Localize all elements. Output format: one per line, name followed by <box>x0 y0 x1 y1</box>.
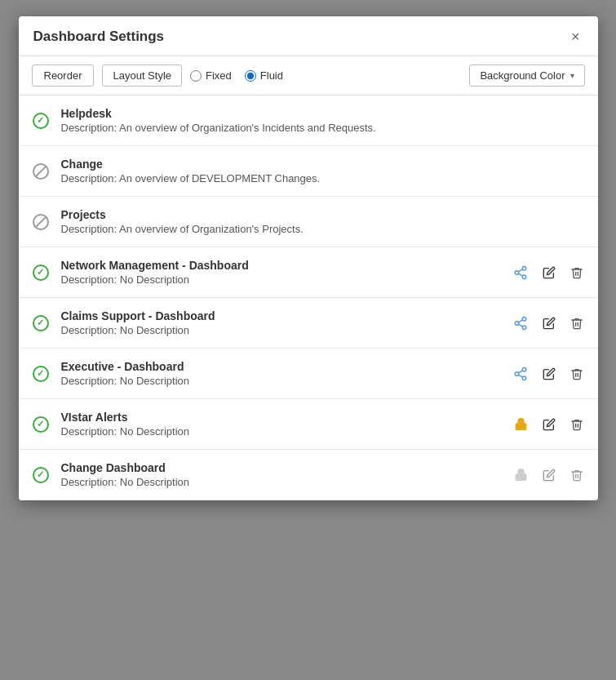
item-description: Description: An overview of DEVELOPMENT … <box>61 172 585 184</box>
dashboard-settings-modal: Dashboard Settings × Reorder Layout Styl… <box>19 16 598 500</box>
status-icon <box>32 466 50 484</box>
share-icon <box>513 367 528 381</box>
item-name: Claims Support - Dashboard <box>61 309 500 322</box>
item-content: Change Dashboard Description: No Descrip… <box>61 461 501 488</box>
status-icon <box>32 112 50 130</box>
svg-line-4 <box>518 269 522 271</box>
lock-dim-icon <box>514 468 528 482</box>
edit-icon <box>543 266 556 279</box>
active-icon <box>33 467 49 483</box>
lock-button[interactable] <box>512 466 530 483</box>
share-button[interactable] <box>512 365 530 383</box>
background-color-button[interactable]: Background Color ▾ <box>469 64 584 87</box>
delete-button[interactable] <box>569 366 585 382</box>
item-actions <box>512 365 585 383</box>
share-button[interactable] <box>512 264 530 282</box>
layout-style-label: Layout Style <box>102 64 182 87</box>
item-content: Change Description: An overview of DEVEL… <box>61 158 585 184</box>
item-description: Description: No Description <box>61 375 500 387</box>
fluid-radio-option[interactable]: Fluid <box>245 69 283 82</box>
caret-icon: ▾ <box>570 71 574 80</box>
share-button[interactable] <box>512 314 530 332</box>
item-description: Description: No Description <box>61 324 500 336</box>
close-button[interactable]: × <box>568 28 583 46</box>
item-description: Description: An overview of Organization… <box>61 223 585 235</box>
reorder-button[interactable]: Reorder <box>32 64 95 87</box>
fixed-label: Fixed <box>206 69 232 82</box>
dashboard-list: Helpdesk Description: An overview of Org… <box>19 96 598 500</box>
svg-line-3 <box>518 273 522 276</box>
delete-button[interactable] <box>569 467 585 483</box>
trash-icon <box>570 367 583 380</box>
item-actions <box>512 264 585 282</box>
edit-icon <box>543 418 556 431</box>
item-name: Executive - Dashboard <box>61 360 500 373</box>
edit-icon <box>543 317 556 330</box>
item-description: Description: No Description <box>61 425 501 438</box>
item-actions <box>512 466 585 483</box>
item-content: VIstar Alerts Description: No Descriptio… <box>61 411 501 438</box>
trash-icon <box>570 418 583 431</box>
list-item: Executive - Dashboard Description: No De… <box>19 349 598 399</box>
status-icon <box>32 162 50 180</box>
status-icon <box>32 365 50 383</box>
edit-button[interactable] <box>541 416 557 433</box>
svg-line-9 <box>518 319 522 322</box>
item-actions <box>512 314 585 332</box>
item-description: Description: No Description <box>61 273 500 286</box>
item-name: Helpdesk <box>61 107 585 120</box>
trash-icon <box>570 266 583 279</box>
svg-line-13 <box>518 375 522 377</box>
status-icon <box>32 416 50 433</box>
item-name: Network Management - Dashboard <box>61 259 500 272</box>
item-content: Projects Description: An overview of Org… <box>61 208 585 235</box>
lock-button[interactable] <box>512 416 530 433</box>
share-icon <box>513 265 528 280</box>
svg-line-14 <box>518 370 522 372</box>
modal-toolbar: Reorder Layout Style Fixed Fluid Backgro… <box>19 56 598 96</box>
trash-icon <box>570 317 583 330</box>
list-item: Change Dashboard Description: No Descrip… <box>19 450 598 500</box>
fluid-label: Fluid <box>260 69 283 82</box>
item-content: Claims Support - Dashboard Description: … <box>61 309 500 336</box>
svg-rect-16 <box>516 474 526 481</box>
item-name: Projects <box>61 208 585 221</box>
status-icon <box>32 264 50 282</box>
edit-button[interactable] <box>541 264 557 281</box>
active-icon <box>33 264 49 281</box>
item-content: Network Management - Dashboard Descripti… <box>61 259 500 286</box>
list-item: Change Description: An overview of DEVEL… <box>19 146 598 197</box>
edit-button[interactable] <box>541 366 557 382</box>
item-description: Description: No Description <box>61 476 501 488</box>
edit-button[interactable] <box>541 315 557 331</box>
list-item: Network Management - Dashboard Descripti… <box>19 247 598 298</box>
edit-icon <box>543 367 556 380</box>
lock-icon <box>514 417 528 431</box>
fixed-radio[interactable] <box>190 70 202 82</box>
inactive-icon <box>33 163 49 180</box>
delete-button[interactable] <box>569 315 585 331</box>
item-name: VIstar Alerts <box>61 411 501 424</box>
list-item: Projects Description: An overview of Org… <box>19 197 598 247</box>
item-actions <box>512 416 585 433</box>
fluid-radio[interactable] <box>245 70 256 82</box>
edit-button[interactable] <box>541 467 557 483</box>
active-icon <box>33 113 49 129</box>
item-description: Description: An overview of Organization… <box>61 122 585 134</box>
item-name: Change <box>61 158 585 171</box>
item-content: Helpdesk Description: An overview of Org… <box>61 107 585 134</box>
svg-line-8 <box>518 324 522 327</box>
fixed-radio-option[interactable]: Fixed <box>190 69 232 82</box>
modal-title: Dashboard Settings <box>33 29 165 45</box>
modal-header: Dashboard Settings × <box>19 16 598 56</box>
status-icon <box>32 213 50 231</box>
list-item: VIstar Alerts Description: No Descriptio… <box>19 399 598 450</box>
delete-button[interactable] <box>569 416 585 433</box>
list-item: Claims Support - Dashboard Description: … <box>19 298 598 349</box>
inactive-icon <box>33 214 49 230</box>
bg-color-label: Background Color <box>480 69 565 82</box>
edit-icon <box>543 469 556 482</box>
layout-radio-group: Fixed Fluid <box>190 69 283 82</box>
item-content: Executive - Dashboard Description: No De… <box>61 360 500 387</box>
delete-button[interactable] <box>569 264 585 281</box>
